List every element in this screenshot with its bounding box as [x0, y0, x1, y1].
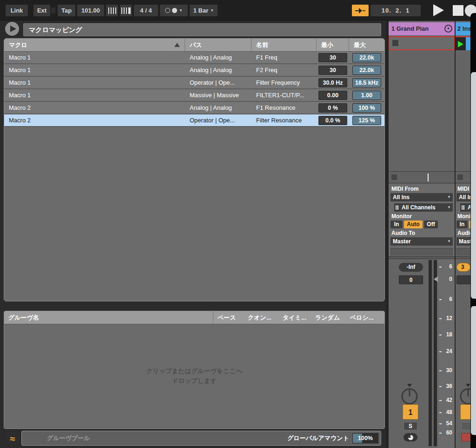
scale-tick: 60: [439, 429, 452, 436]
min-value-box[interactable]: 0.00: [318, 91, 347, 100]
io-empty-field: [456, 248, 470, 255]
mapping-row-selected[interactable]: Macro 2 Operator | Ope... Filter Resonan…: [4, 114, 384, 127]
cell-min: 30: [317, 52, 349, 63]
cell-max: 18.5 kHz: [349, 77, 384, 88]
column-header-random[interactable]: ランダム: [311, 311, 346, 324]
quantization-value: 1 Bar: [193, 7, 209, 14]
tempo-display[interactable]: 101.00: [77, 5, 104, 16]
audio-to-select[interactable]: Master ▼: [390, 237, 453, 246]
stop-all-clips-icon[interactable]: [391, 174, 397, 180]
column-header-groove-name[interactable]: グルーヴ名: [4, 311, 213, 324]
phase-nudge-down-button[interactable]: [106, 5, 118, 16]
pan-display[interactable]: 0: [399, 275, 423, 284]
track-fold-icon[interactable]: ▼: [444, 25, 452, 33]
metronome-button[interactable]: ▼: [160, 5, 188, 16]
column-header-min[interactable]: 最小: [317, 39, 349, 51]
min-value-box[interactable]: 30: [318, 66, 347, 75]
column-header-velocity[interactable]: ベロシ...: [346, 311, 383, 324]
drop-hint-line2: ドロップします: [4, 376, 384, 386]
track-2-header[interactable]: 2 Ins: [456, 22, 470, 35]
track-stop-row: [389, 171, 455, 183]
max-value-box[interactable]: 22.0k: [352, 53, 381, 62]
follow-button[interactable]: [352, 5, 369, 16]
pan-knob[interactable]: [457, 383, 470, 406]
track-2-column: 2 Ins MIDI From All Ins All Monitor: [456, 21, 470, 448]
scale-tick: 0: [439, 275, 452, 283]
max-value-box[interactable]: 125 %: [352, 116, 381, 125]
monitor-auto-button[interactable]: Auto: [404, 221, 423, 228]
play-button[interactable]: [433, 4, 444, 16]
arm-button-armed[interactable]: [461, 433, 470, 441]
track-activator-button[interactable]: 1: [403, 404, 418, 420]
scrollbar-thumb[interactable]: [471, 306, 476, 435]
min-value-box[interactable]: 0 %: [318, 103, 347, 113]
quantization-menu[interactable]: 1 Bar ▼: [190, 5, 218, 16]
ext-button[interactable]: Ext: [33, 5, 50, 16]
min-value-box[interactable]: 30: [318, 53, 347, 62]
device-activator-button[interactable]: [5, 22, 19, 36]
global-amount-value[interactable]: 100%: [352, 433, 378, 443]
pan-knob[interactable]: [399, 383, 420, 406]
column-header-macro[interactable]: マクロ: [4, 39, 185, 51]
column-header-name[interactable]: 名前: [251, 39, 317, 51]
clip-body[interactable]: [466, 37, 470, 50]
time-signature-display[interactable]: 4 / 4: [134, 5, 158, 16]
phase-nudge-up-button[interactable]: [120, 5, 132, 16]
midi-channel-select[interactable]: All: [460, 203, 470, 212]
clip-stop-icon[interactable]: [392, 40, 398, 46]
cell-max: 22.0k: [349, 52, 384, 63]
track-status-indicator: [428, 174, 429, 181]
cell-min: 0 %: [317, 102, 349, 114]
column-header-max[interactable]: 最大: [349, 39, 384, 51]
arm-button[interactable]: [403, 433, 417, 441]
track-1-header[interactable]: 1 Grand Pian ▼: [389, 22, 455, 35]
audio-to-select[interactable]: Master: [456, 237, 470, 246]
send-value-display[interactable]: 3: [456, 263, 470, 272]
solo-button[interactable]: [461, 422, 470, 430]
clip-slot-playing[interactable]: [456, 36, 470, 50]
column-label: マクロ: [9, 41, 27, 48]
max-value-box[interactable]: 100 %: [352, 103, 381, 113]
min-value-box[interactable]: 30.0 Hz: [318, 78, 347, 87]
link-button[interactable]: Link: [6, 5, 28, 16]
pan-display[interactable]: [456, 275, 470, 284]
cell-macro: Macro 2: [4, 102, 185, 114]
device-title-field[interactable]: マクロマッピング: [23, 23, 381, 36]
column-header-quantize[interactable]: クオン...: [244, 311, 278, 324]
solo-button[interactable]: S: [403, 422, 417, 430]
mapping-row[interactable]: Macro 2 Analog | Analog F1 Resonance 0 %…: [4, 102, 384, 114]
monitor-in-button[interactable]: In: [456, 221, 468, 228]
stop-all-clips-icon[interactable]: [457, 174, 463, 180]
max-value-box[interactable]: 22.0k: [352, 66, 381, 75]
mapping-row[interactable]: Macro 1 Analog | Analog F2 Freq 30 22.0k: [4, 64, 384, 77]
max-value-box[interactable]: 18.5 kHz: [352, 78, 381, 87]
groove-pool-toggle-button[interactable]: ≈: [6, 432, 20, 446]
min-value-box[interactable]: 0.0 %: [318, 116, 347, 125]
volume-display[interactable]: -Inf: [399, 263, 423, 272]
clip-grid-empty[interactable]: [456, 50, 470, 171]
track-activator-button[interactable]: [460, 404, 470, 420]
transport-bar: Link Ext Tap 101.00 4 / 4 ▼ 1 Bar ▼: [0, 0, 476, 21]
stop-button[interactable]: [453, 5, 463, 16]
tap-tempo-button[interactable]: Tap: [58, 5, 75, 16]
mapping-row[interactable]: Macro 1 Analog | Analog F1 Freq 30 22.0k: [4, 52, 384, 64]
cell-path: Analog | Analog: [185, 102, 251, 114]
column-header-path[interactable]: パス: [185, 39, 251, 51]
midi-channel-select[interactable]: All Channels ▼: [394, 203, 453, 212]
clip-play-icon[interactable]: [458, 41, 463, 47]
midi-from-select[interactable]: All Ins ▼: [390, 193, 453, 201]
level-meter[interactable]: [429, 260, 438, 446]
arrangement-position-display[interactable]: 10. 2. 1: [370, 5, 421, 16]
scale-tick: 24: [439, 348, 452, 355]
clip-grid-empty[interactable]: [389, 50, 455, 171]
clip-slot[interactable]: [389, 36, 455, 50]
column-header-timing[interactable]: タイミ...: [278, 311, 311, 324]
max-value-box[interactable]: 1.00: [352, 91, 381, 100]
monitor-off-button[interactable]: Off: [424, 221, 438, 228]
scrollbar-thumb[interactable]: [471, 72, 476, 299]
midi-from-select[interactable]: All Ins: [456, 193, 470, 201]
column-header-base[interactable]: ベース: [213, 311, 244, 324]
mapping-row[interactable]: Macro 1 Operator | Ope... Filter Frequen…: [4, 77, 384, 89]
monitor-in-button[interactable]: In: [390, 221, 403, 228]
mapping-row[interactable]: Macro 1 Massive | Massive FILTER1-CUT/P.…: [4, 89, 384, 102]
